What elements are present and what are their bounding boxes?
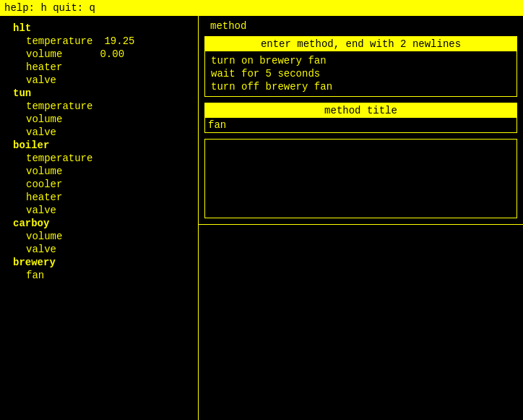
hlt-volume-label: volume xyxy=(26,48,62,60)
main-container: hlt temperature 19.25 volume 0.00 heater… xyxy=(0,16,523,420)
section-hlt: hlt xyxy=(0,22,198,35)
boiler-heater: heater xyxy=(0,191,198,204)
tun-volume: volume xyxy=(0,113,198,126)
title-box: method title xyxy=(204,103,517,133)
hlt-temperature-row: temperature 19.25 xyxy=(0,35,198,48)
method-line-1: turn on brewery fan xyxy=(208,54,514,67)
carboy-volume: volume xyxy=(0,230,198,243)
hlt-volume-row: volume 0.00 xyxy=(0,48,198,61)
hlt-valve: valve xyxy=(0,74,198,87)
tun-valve: valve xyxy=(0,126,198,139)
section-carboy: carboy xyxy=(0,217,198,230)
method-label: method xyxy=(210,20,246,32)
method-entry-box: enter method, end with 2 newlines turn o… xyxy=(204,36,517,97)
left-panel: hlt temperature 19.25 volume 0.00 heater… xyxy=(0,16,199,420)
hlt-temperature-value: 19.25 xyxy=(104,35,134,47)
boiler-volume: volume xyxy=(0,165,198,178)
right-section: method enter method, end with 2 newlines… xyxy=(199,16,523,420)
section-boiler: boiler xyxy=(0,139,198,152)
title-box-header: method title xyxy=(205,103,516,118)
section-tun: tun xyxy=(0,87,198,100)
title-input-row xyxy=(205,118,516,132)
help-quit-text: help: h quit: q xyxy=(4,2,95,14)
title-input[interactable] xyxy=(208,119,514,131)
content-box xyxy=(204,139,517,218)
hlt-heater: heater xyxy=(0,61,198,74)
method-lines-container: turn on brewery fan wait for 5 seconds t… xyxy=(205,51,516,96)
hlt-volume-value: 0.00 xyxy=(100,48,124,60)
method-label-row: method xyxy=(199,16,523,36)
method-box-header: enter method, end with 2 newlines xyxy=(205,37,516,51)
method-line-2: wait for 5 seconds xyxy=(208,67,514,80)
brewery-fan: fan xyxy=(0,269,198,282)
hlt-temperature-label: temperature xyxy=(26,35,92,47)
bottom-area xyxy=(199,224,523,420)
carboy-valve: valve xyxy=(0,243,198,256)
tun-temperature: temperature xyxy=(0,100,198,113)
section-brewery: brewery xyxy=(0,256,198,269)
boiler-valve: valve xyxy=(0,204,198,217)
boiler-temperature: temperature xyxy=(0,152,198,165)
top-bar: help: h quit: q xyxy=(0,0,523,16)
method-line-3: turn off brewery fan xyxy=(208,80,514,93)
boiler-cooler: cooler xyxy=(0,178,198,191)
